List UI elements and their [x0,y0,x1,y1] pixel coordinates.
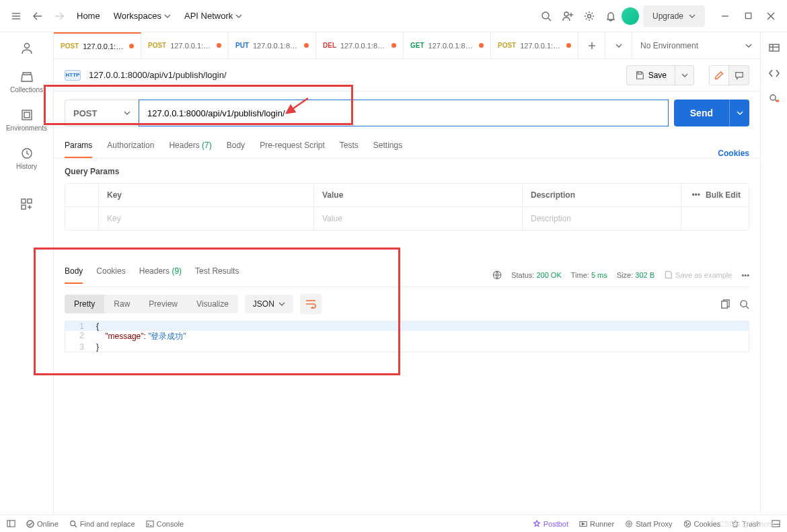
tab-prerequest[interactable]: Pre-request Script [260,141,325,158]
sidebar-history[interactable]: History [0,147,53,170]
view-raw-button[interactable]: Raw [104,295,139,313]
qp-value-input[interactable]: Value [314,207,523,230]
tab-params[interactable]: Params [65,141,92,158]
env-quicklook-icon[interactable] [768,42,780,54]
panel-toggle-icon[interactable] [7,519,15,528]
tab-headers-count: (7) [202,141,212,150]
runner-button[interactable]: Runner [579,520,614,528]
qp-key-input[interactable]: Key [99,207,314,230]
window-maximize-icon[interactable] [737,5,759,27]
invite-icon[interactable] [557,5,578,27]
request-tab[interactable]: GET127.0.0.1:8000 [404,32,491,59]
window-close-icon[interactable] [760,5,782,27]
method-select[interactable]: POST [65,100,139,126]
request-tabs: POST127.0.0.1:800 POST127.0.0.1:800 PUT1… [54,32,760,59]
nav-api-network[interactable]: API Network [178,7,249,25]
response-more-button[interactable]: ••• [741,271,749,279]
main-shell: Collections Environments History POST127… [0,32,787,515]
chevron-down-icon [235,13,242,20]
request-tab[interactable]: PUT127.0.0.1:8000 [229,32,316,59]
format-select[interactable]: JSON [245,295,293,313]
cookies-button[interactable]: Cookies [683,520,721,528]
send-button[interactable]: Send [674,100,729,126]
svg-point-38 [71,521,75,525]
request-subtabs: Params Authorization Headers (7) Body Pr… [54,135,760,159]
chevron-down-icon [615,42,622,49]
svg-rect-19 [22,205,26,209]
find-replace-button[interactable]: Find and replace [69,520,135,528]
hamburger-icon[interactable] [5,5,27,27]
save-as-example-button[interactable]: Save as example [664,270,732,279]
sidebar-more[interactable] [0,198,53,211]
info-icon[interactable] [768,93,780,105]
sidebar-collections[interactable]: Collections [0,70,53,93]
qp-description-input[interactable]: Description [523,207,681,230]
svg-rect-35 [7,521,15,527]
nav-workspaces[interactable]: Workspaces [107,7,178,25]
notifications-icon[interactable] [600,5,622,27]
search-response-button[interactable] [739,299,749,309]
comment-button[interactable] [729,65,749,85]
tab-body[interactable]: Body [227,141,245,158]
avatar[interactable] [622,7,639,25]
resp-tab-headers[interactable]: Headers (9) [139,266,182,284]
request-tab[interactable]: POST127.0.0.1:800 [54,32,141,59]
resp-tab-cookies[interactable]: Cookies [96,266,125,284]
chevron-down-icon [745,42,752,49]
request-tab[interactable]: POST127.0.0.1:800 [141,32,229,59]
postbot-button[interactable]: Postbot [533,520,568,528]
tab-options-button[interactable] [605,32,632,59]
request-tab[interactable]: DEL127.0.0.1:8000 [316,32,404,59]
response-body[interactable]: 1{ 2 "message": "登录成功" 3} [65,321,749,352]
nav-home[interactable]: Home [70,7,107,25]
save-button[interactable]: Save [626,65,675,85]
tab-tests[interactable]: Tests [340,141,359,158]
svg-line-39 [75,525,77,527]
sidebar-environments[interactable]: Environments [0,108,53,132]
console-button[interactable]: Console [146,520,184,528]
cookies-link[interactable]: Cookies [718,149,749,158]
view-pretty-button[interactable]: Pretty [65,295,104,313]
edit-button[interactable] [709,65,729,85]
url-input[interactable] [139,100,669,126]
environment-selector[interactable]: No Environment [632,32,760,59]
globe-icon[interactable] [492,270,502,280]
query-params-section: Query Params Key Value Description ••• B… [54,159,760,231]
view-visualize-button[interactable]: Visualize [187,295,238,313]
status-bar: Online Find and replace Console Postbot … [0,515,787,532]
bulk-edit-options[interactable]: ••• [691,190,700,200]
request-name[interactable]: 127.0.0.1:8000/api/v1/publish/login/ [89,70,227,80]
resp-tab-body[interactable]: Body [65,266,83,284]
wrap-lines-button[interactable] [300,294,322,314]
nav-back-icon[interactable] [27,5,48,27]
copy-response-button[interactable] [720,299,730,309]
new-tab-button[interactable] [578,32,605,59]
send-dropdown-button[interactable] [729,100,749,126]
code-icon[interactable] [768,67,780,79]
svg-rect-15 [24,112,30,118]
save-dropdown-button[interactable] [675,65,694,85]
tab-authorization[interactable]: Authorization [107,141,154,158]
unsaved-dot-icon [129,44,134,48]
sidebar-scratchpad[interactable] [0,42,53,55]
window-minimize-icon[interactable] [714,5,736,27]
online-status[interactable]: Online [26,520,59,528]
search-icon [739,299,749,309]
nav-forward-icon[interactable] [48,5,70,27]
proxy-label: Start Proxy [636,520,672,528]
qp-col-description: Description [523,184,681,206]
settings-icon[interactable] [578,5,600,27]
proxy-button[interactable]: Start Proxy [625,520,672,528]
upgrade-button[interactable]: Upgrade [643,5,705,27]
search-icon[interactable] [535,5,557,27]
left-sidebar: Collections Environments History [0,32,54,515]
bulk-edit-link[interactable]: Bulk Edit [706,190,741,200]
tab-headers[interactable]: Headers (7) [169,141,211,158]
view-preview-button[interactable]: Preview [139,295,187,313]
grid-add-icon [21,198,33,211]
wrap-icon [305,299,316,309]
resp-tab-test-results[interactable]: Test Results [195,266,239,284]
request-tab[interactable]: POST127.0.0.1:800 [491,32,578,59]
tab-settings[interactable]: Settings [373,141,402,158]
pencil-icon [714,71,724,80]
